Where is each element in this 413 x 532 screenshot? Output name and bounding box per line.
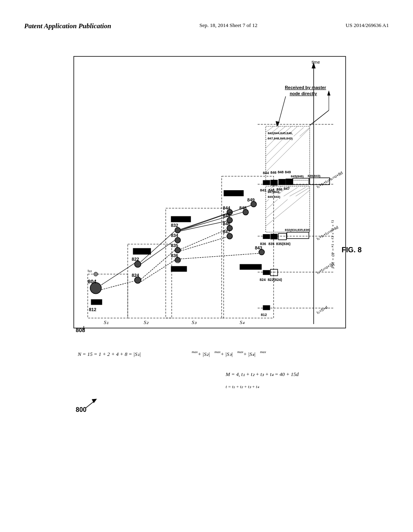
svg-line-102 [266,200,288,218]
svg-line-84 [294,127,304,136]
svg-point-29 [175,247,181,253]
svg-text:846: 846 [223,221,230,226]
svg-line-89 [266,138,292,164]
svg-point-15 [94,272,98,276]
svg-text:849: 849 [285,170,291,174]
svg-text:822: 822 [132,257,139,262]
svg-text:835(836): 835(836) [169,262,184,266]
svg-text:FIG. 8: FIG. 8 [342,246,362,254]
svg-rect-110 [271,269,278,276]
svg-rect-122 [271,180,278,185]
patent-number-text: US 2014/269636 A1 [346,22,389,28]
svg-line-61 [181,229,227,249]
svg-text:836: 836 [260,242,266,246]
svg-text:+ |S₃|: + |S₃| [221,351,233,357]
svg-line-23 [101,263,134,285]
svg-point-53 [259,249,265,255]
svg-text:835: 835 [269,242,275,246]
svg-text:835(836): 835(836) [276,242,290,246]
svg-text:844: 844 [263,171,269,175]
svg-rect-57 [240,264,262,270]
page-header: Patent Application Publication Sep. 18, … [0,22,413,30]
date-sheet-text: Sep. 18, 2014 Sheet 7 of 12 [200,22,258,28]
svg-text:845(846): 845(846) [222,186,235,190]
svg-text:S₃: S₃ [192,320,196,325]
svg-rect-116 [278,233,286,240]
svg-text:824: 824 [260,278,266,282]
svg-text:848: 848 [277,170,284,174]
svg-marker-138 [327,90,330,96]
svg-text:Received by master: Received by master [285,85,326,90]
svg-text:time: time [312,60,320,64]
svg-line-88 [266,138,284,156]
header-patent-number: US 2014/269636 A1 [346,22,389,29]
svg-text:t₁ + t₂ + t₃ + t₄ = 40 + 15d: t₁ + t₂ + t₃ + t₄ = 40 + 15d [331,220,336,268]
svg-text:M = 4,  t₁ + t₂ + t₃ + t₄ = 40: M = 4, t₁ + t₂ + t₃ + t₄ = 40 + 15d [225,372,299,377]
svg-line-100 [266,200,269,202]
svg-point-27 [175,237,181,243]
svg-rect-108 [263,270,270,275]
svg-text:max: max [260,350,266,354]
svg-line-85 [300,127,310,136]
svg-text:+ |S₂|: + |S₂| [198,351,210,357]
svg-point-49 [243,210,248,215]
svg-text:S₂: S₂ [144,320,148,325]
svg-point-47 [227,233,233,239]
svg-text:849,843): 849,843) [268,195,281,199]
svg-text:832: 832 [171,223,178,228]
svg-text:836: 836 [171,253,178,258]
svg-text:832(834,835,836): 832(834,835,836) [169,212,194,216]
svg-line-60 [181,221,227,231]
svg-text:822(824): 822(824) [268,278,282,282]
svg-rect-13 [91,299,102,305]
svg-line-40 [141,260,175,282]
svg-rect-120 [263,180,270,185]
svg-text:847: 847 [284,187,290,191]
svg-line-62 [181,237,227,251]
svg-line-65 [181,254,259,259]
svg-rect-35 [171,266,187,272]
svg-text:849(843): 849(843) [238,260,250,264]
svg-text:800: 800 [76,406,87,413]
publication-title-text: Patent Application Publication [24,22,111,30]
svg-text:S₁: S₁ [104,320,108,325]
svg-text:846: 846 [276,187,282,191]
svg-rect-112 [263,234,270,239]
svg-rect-33 [171,216,191,222]
svg-text:848: 848 [239,206,246,210]
svg-line-101 [266,200,278,210]
svg-point-25 [175,227,181,233]
svg-text:+ |S₄|: + |S₄| [243,351,255,357]
svg-line-37 [141,231,175,262]
svg-text:843: 843 [260,188,266,192]
header-date-sheet: Sep. 18, 2014 Sheet 7 of 12 [200,22,258,29]
main-diagram-svg: 808 S₁ S₂ S₃ S₄ 804 812 t₁₂ 822 824 [12,52,399,508]
svg-point-51 [251,202,257,207]
svg-rect-55 [224,190,244,196]
svg-text:804: 804 [88,278,97,285]
svg-text:max: max [237,350,243,354]
svg-text:t = t₁ + t₂ + t₃ + t₄: t = t₁ + t₂ + t₃ + t₄ [226,384,259,389]
svg-text:847,848,849,843): 847,848,849,843) [268,137,293,140]
svg-rect-118 [287,232,309,239]
svg-text:848: 848 [269,188,275,192]
svg-text:847: 847 [223,229,230,234]
svg-text:844: 844 [223,206,230,210]
svg-text:846: 846 [271,170,277,175]
svg-rect-106 [263,305,270,310]
svg-text:822(824): 822(824) [131,244,146,248]
svg-text:832(834,835,836): 832(834,835,836) [285,228,310,232]
svg-text:845(846): 845(846) [291,175,304,178]
svg-text:849(843): 849(843) [308,174,321,178]
svg-text:max: max [215,350,221,354]
svg-line-64 [181,206,251,230]
svg-point-19 [135,277,141,283]
header-publication-title: Patent Application Publication [24,22,111,30]
svg-rect-21 [133,248,151,255]
page-container: Patent Application Publication Sep. 18, … [0,0,413,532]
svg-text:849: 849 [247,197,254,202]
svg-text:842(844,845,846,: 842(844,845,846, [268,131,293,135]
svg-text:843: 843 [255,245,262,250]
svg-rect-114 [271,234,278,239]
svg-text:824: 824 [132,273,139,278]
